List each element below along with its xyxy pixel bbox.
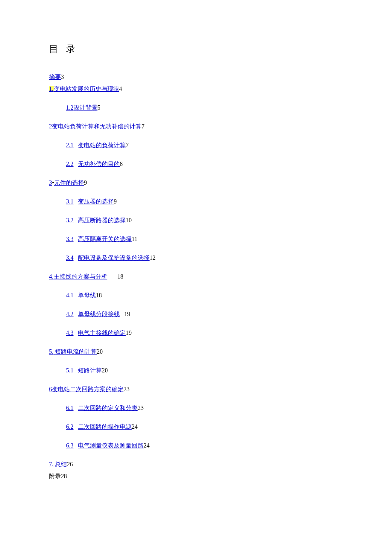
toc-page: 18 — [96, 292, 102, 299]
toc-link-label[interactable]: 电气测量仪表及测量回路 — [78, 442, 144, 449]
toc-page: 11 — [132, 236, 137, 242]
toc-link-label[interactable]: 高压隔离开关的选择 — [78, 236, 132, 242]
toc-page: 3 — [61, 74, 64, 80]
toc-link-num[interactable]: 6.2 — [66, 424, 74, 430]
toc-page: 12 — [150, 255, 156, 261]
toc-entry-s3-4: 3.4 配电设备及保护设备的选择12 — [49, 253, 345, 263]
toc-link-num[interactable]: 4.2 — [66, 311, 74, 317]
toc-link-s1-label[interactable]: 变电站发展的历史与现状 — [54, 86, 119, 92]
toc-page: 24 — [144, 442, 150, 449]
toc-entry-s4-2: 4.2 单母线分段接线 19 — [49, 310, 345, 319]
toc-entry-s3-3: 3.3 高压隔离开关的选择11 — [49, 235, 345, 244]
toc-appendix-label: 附录 — [49, 473, 61, 479]
toc-page: 23 — [138, 405, 144, 411]
toc-link-num[interactable]: 4.3 — [66, 330, 74, 336]
toc-entry-s3: 3•元件的选择9 — [49, 178, 345, 188]
toc-entry-s3-2: 3.2 高压断路器的选择10 — [49, 216, 345, 225]
toc-link-num[interactable]: 3.4 — [66, 255, 74, 261]
toc-entry-s6-2: 6.2 二次回路的操作电源24 — [49, 422, 345, 432]
toc-entry-s7: 7. 总结26 — [49, 460, 345, 469]
toc-link-label[interactable]: 电气主接线的确定 — [78, 330, 126, 336]
toc-page: 7 — [141, 123, 144, 130]
toc-entry-s3-1: 3.1 变压器的选择9 — [49, 197, 345, 206]
toc-link-num[interactable]: 5.1 — [66, 367, 74, 374]
toc-page: 5 — [98, 105, 101, 111]
toc-link-label[interactable]: 单母线分段接线 — [78, 311, 120, 317]
toc-link-num[interactable]: 6.3 — [66, 442, 74, 449]
toc-link-label[interactable]: 二次回路的定义和分类 — [78, 405, 138, 411]
toc-page: 23 — [124, 386, 130, 392]
toc-link-s6[interactable]: 6变电站二次回路方案的确定 — [49, 386, 124, 392]
toc-entry-s4: 4.主接线的方案与分析18 — [49, 272, 345, 282]
toc-page: 19 — [126, 330, 132, 336]
document-page: 目 录 摘要3 1.变电站发展的历史与现状4 1.2设计背景5 2变电站负荷计算… — [0, 0, 392, 526]
toc-entry-s6: 6变电站二次回路方案的确定23 — [49, 385, 345, 394]
toc-link-num[interactable]: 2.1 — [66, 142, 74, 148]
toc-page: 26 — [67, 461, 73, 468]
toc-entry-s1-2: 1.2设计背景5 — [49, 103, 345, 113]
toc-link-num[interactable]: 2.2 — [66, 161, 74, 167]
toc-link-label[interactable]: 变压器的选择 — [78, 198, 114, 205]
toc-link-s3-label[interactable]: 元件的选择 — [54, 180, 84, 186]
toc-entry-s6-1: 6.1 二次回路的定义和分类23 — [49, 404, 345, 413]
toc-link-s3-num[interactable]: 3 — [49, 180, 52, 186]
toc-link-s4[interactable]: 4.主接线的方案与分析 — [49, 273, 107, 280]
toc-link-s2[interactable]: 2变电站负荷计算和无功补偿的计算 — [49, 123, 141, 130]
toc-entry-abstract: 摘要3 — [49, 73, 345, 82]
toc-link-num[interactable]: 3.1 — [66, 198, 74, 205]
toc-page: 20 — [97, 349, 103, 355]
toc-entry-s1: 1.变电站发展的历史与现状4 — [49, 84, 345, 94]
toc-page: 9 — [114, 198, 117, 205]
toc-page: 20 — [102, 367, 108, 374]
toc-link-s1-2[interactable]: 1.2设计背景 — [66, 105, 98, 111]
toc-link-num[interactable]: 6.1 — [66, 405, 74, 411]
toc-page: 9 — [84, 180, 87, 186]
toc-entry-s6-3: 6.3 电气测量仪表及测量回路24 — [49, 441, 345, 450]
toc-link-label[interactable]: 高压断路器的选择 — [78, 217, 126, 224]
toc-title: 目 录 — [49, 43, 345, 55]
toc-link-abstract[interactable]: 摘要 — [49, 74, 61, 80]
toc-entry-s5-1: 5.1 短路计算20 — [49, 366, 345, 375]
toc-page: 7 — [126, 142, 129, 148]
toc-link-num[interactable]: 3.2 — [66, 217, 74, 224]
toc-link-label[interactable]: 变电站的负荷计算 — [78, 142, 126, 148]
toc-entry-s4-1: 4.1 单母线18 — [49, 291, 345, 300]
toc-page: 4 — [119, 86, 122, 92]
toc-link-label[interactable]: 二次回路的操作电源 — [78, 424, 132, 430]
toc-link-label[interactable]: 无功补偿的目的 — [78, 161, 120, 167]
toc-page: 8 — [120, 161, 123, 167]
toc-entry-s2-1: 2.1 变电站的负荷计算7 — [49, 141, 345, 150]
toc-page: 19 — [124, 311, 130, 317]
toc-page: 18 — [118, 273, 124, 280]
toc-link-s1-num[interactable]: 1. — [49, 86, 54, 92]
toc-link-s7[interactable]: 7. 总结 — [49, 461, 67, 468]
toc-entry-s5: 5. 短路电流的计算20 — [49, 347, 345, 357]
toc-link-label[interactable]: 单母线 — [78, 292, 96, 299]
toc-link-label[interactable]: 短路计算 — [78, 367, 102, 374]
toc-entry-appendix: 附录28 — [49, 472, 345, 481]
toc-link-num[interactable]: 4.1 — [66, 292, 74, 299]
toc-link-s5[interactable]: 5. 短路电流的计算 — [49, 349, 97, 355]
toc-link-num[interactable]: 3.3 — [66, 236, 74, 242]
toc-page: 10 — [126, 217, 132, 224]
toc-page: 24 — [132, 424, 138, 430]
toc-entry-s4-3: 4.3 电气主接线的确定19 — [49, 328, 345, 338]
toc-entry-s2: 2变电站负荷计算和无功补偿的计算7 — [49, 122, 345, 131]
toc-page: 28 — [61, 473, 67, 479]
toc-entry-s2-2: 2.2 无功补偿的目的8 — [49, 160, 345, 169]
toc-link-label[interactable]: 配电设备及保护设备的选择 — [78, 255, 150, 261]
